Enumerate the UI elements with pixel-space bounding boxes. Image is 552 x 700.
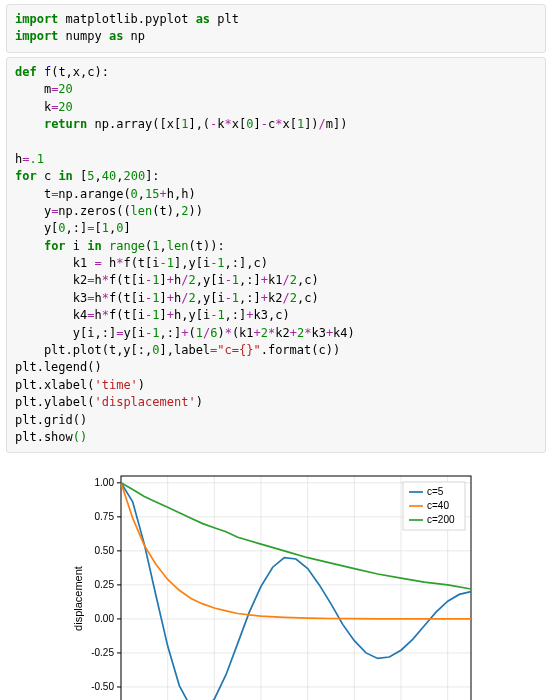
y-tick-label: -0.25	[91, 647, 114, 658]
y-axis-label: displacement	[72, 566, 84, 631]
legend-label: c=40	[427, 500, 449, 511]
y-tick-label: 0.25	[95, 579, 115, 590]
legend-label: c=200	[427, 514, 455, 525]
y-tick-label: 0.00	[95, 613, 115, 624]
chart-container: 02468101214-0.75-0.50-0.250.000.250.500.…	[0, 461, 552, 700]
code-block-imports: import matplotlib.pyplot as plt import n…	[6, 4, 546, 53]
line-chart: 02468101214-0.75-0.50-0.250.000.250.500.…	[66, 461, 486, 700]
y-tick-label: 0.75	[95, 511, 115, 522]
y-tick-label: 1.00	[95, 477, 115, 488]
y-tick-label: -0.50	[91, 681, 114, 692]
code-block-main: def f(t,x,c): m=20 k=20 return np.array(…	[6, 57, 546, 454]
y-tick-label: 0.50	[95, 545, 115, 556]
legend-label: c=5	[427, 486, 444, 497]
